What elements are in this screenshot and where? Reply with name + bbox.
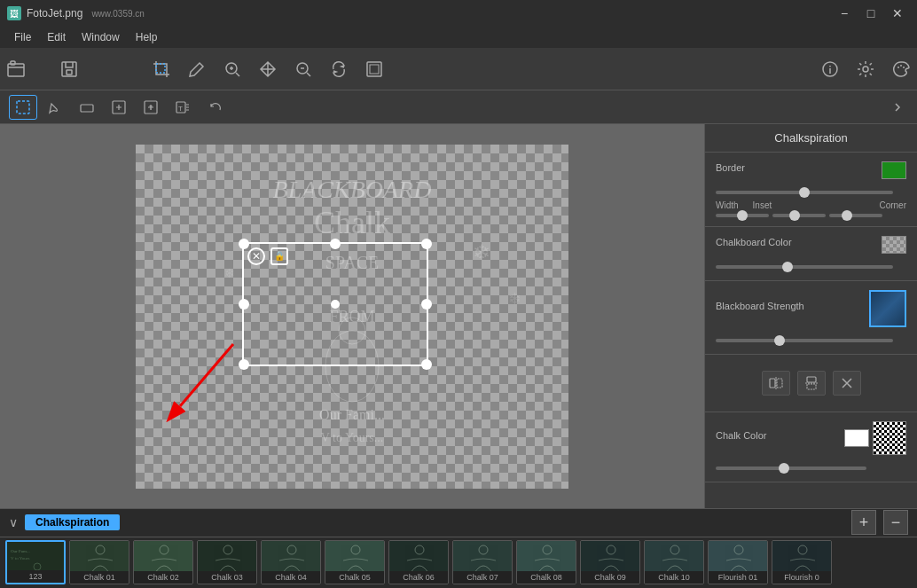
chalkboard-color-slider[interactable] — [716, 265, 893, 269]
reset-button[interactable] — [833, 371, 861, 396]
flip-h-button[interactable] — [762, 371, 790, 396]
thumbnail-chalk01[interactable]: Chalk 01 — [69, 540, 129, 584]
handle-middle-right[interactable] — [421, 299, 432, 310]
blackboard-strength-slider[interactable] — [716, 339, 893, 342]
handle-top-left[interactable] — [239, 239, 249, 249]
thumbnail-flourish02[interactable]: Flourish 0 — [772, 540, 832, 584]
select-tool[interactable] — [9, 95, 37, 120]
titlebar: 🖼 FotoJet.png www.0359.cn − □ ✕ — [0, 0, 917, 27]
thumbnail-chalk09[interactable]: Chalk 09 — [580, 540, 640, 584]
draw-tool[interactable] — [181, 53, 213, 85]
expand-toolbar-button[interactable] — [887, 97, 908, 118]
undo-tool[interactable] — [200, 95, 229, 120]
svg-rect-7 — [367, 62, 381, 76]
info-tool[interactable] — [814, 53, 846, 85]
thumbnail-label-chalk01: Chalk 01 — [70, 571, 129, 584]
border-label: Border — [716, 162, 745, 173]
menu-file[interactable]: File — [7, 29, 38, 45]
add-text-tool[interactable]: T — [137, 95, 165, 120]
move-tool[interactable] — [252, 53, 284, 85]
window-controls[interactable]: − □ ✕ — [832, 4, 910, 22]
thumbnail-chalk05[interactable]: Chalk 05 — [325, 540, 385, 584]
thumbnail-label-chalk06: Chalk 06 — [389, 571, 448, 584]
frame-tool[interactable] — [358, 53, 390, 85]
inset-slider[interactable] — [772, 214, 826, 217]
blackboard-strength-section: Blackboard Strength — [705, 281, 917, 355]
menu-help[interactable]: Help — [129, 29, 165, 45]
handle-top-right[interactable] — [421, 239, 432, 249]
settings-tool[interactable] — [850, 53, 882, 85]
handle-bottom-left[interactable] — [239, 359, 249, 370]
thumbnail-chalk06[interactable]: Chalk 06 — [388, 540, 449, 584]
border-color-swatch[interactable] — [882, 161, 906, 179]
palette-tool[interactable] — [885, 53, 917, 85]
inset-label: Inset — [753, 200, 772, 210]
svg-point-47 — [543, 545, 552, 554]
thumbnail-chalk02[interactable]: Chalk 02 — [133, 540, 193, 584]
eraser-tool[interactable] — [73, 95, 101, 120]
corner-slider[interactable] — [829, 214, 882, 217]
svg-point-50 — [734, 545, 743, 554]
open-tool[interactable] — [0, 53, 32, 85]
thumbnail-123[interactable]: Our Fam... V to Yours 123 — [5, 540, 66, 584]
crop-tool[interactable] — [145, 53, 177, 85]
zoom-in-tool[interactable] — [216, 53, 248, 85]
border-width-slider[interactable] — [716, 191, 893, 194]
thumbnail-chalk10[interactable]: Chalk 10 — [644, 540, 704, 584]
handle-bottom-right[interactable] — [421, 359, 432, 370]
svg-point-13 — [903, 67, 905, 68]
rotate-tool[interactable] — [323, 53, 355, 85]
thumbnail-flourish01[interactable]: Flourish 01 — [708, 540, 768, 584]
svg-point-48 — [607, 545, 615, 554]
minimize-button[interactable]: − — [832, 4, 857, 22]
main-toolbar — [0, 48, 917, 90]
handle-middle-left[interactable] — [239, 299, 249, 310]
blackboard-strength-label: Blackboard Strength — [716, 301, 804, 311]
handle-top-center[interactable] — [330, 239, 341, 249]
thumbnail-chalk03[interactable]: Chalk 03 — [197, 540, 257, 584]
add-photo-tool[interactable] — [105, 95, 133, 120]
thumbnail-label-chalk03: Chalk 03 — [198, 571, 256, 584]
zoom-out-tool[interactable] — [287, 53, 319, 85]
svg-point-11 — [897, 67, 899, 68]
chalkboard-color-swatch[interactable] — [882, 236, 906, 254]
border-width-fine-slider[interactable] — [716, 214, 769, 217]
thumbnail-chalk07[interactable]: Chalk 07 — [452, 540, 513, 584]
menu-edit[interactable]: Edit — [40, 29, 73, 45]
delete-handle[interactable]: ✕ — [247, 247, 265, 265]
svg-point-46 — [479, 545, 488, 554]
collapse-button[interactable]: ∨ — [9, 515, 18, 529]
save-tool[interactable] — [53, 53, 85, 85]
chalk-color-slider[interactable] — [716, 466, 866, 470]
remove-template-button[interactable]: − — [883, 510, 908, 535]
thumbnails-strip: Our Fam... V to Yours 123 Chalk 01 Chalk… — [0, 537, 917, 588]
svg-point-40 — [96, 545, 105, 554]
svg-text:❄: ❄ — [224, 266, 235, 280]
center-handle[interactable] — [331, 300, 340, 309]
add-template-button[interactable]: + — [851, 510, 876, 535]
svg-point-44 — [351, 545, 360, 554]
thumbnail-label-flourish01: Flourish 01 — [709, 571, 767, 584]
canvas-area[interactable]: BLACKBOARD Chalk SPACE FROM ❄ ❄ ❄ Our Fa… — [0, 124, 704, 508]
selection-box[interactable]: ✕ 🔒 — [242, 242, 428, 366]
svg-text:V to Yours: V to Yours — [11, 556, 29, 561]
flip-v-button[interactable] — [797, 371, 826, 396]
thumbnail-label-chalk08: Chalk 08 — [517, 571, 576, 584]
brush-tool[interactable] — [41, 95, 69, 120]
thumbnail-chalk08[interactable]: Chalk 08 — [516, 540, 576, 584]
thumbnail-chalk04[interactable]: Chalk 04 — [261, 540, 321, 584]
svg-point-42 — [223, 545, 232, 554]
close-button[interactable]: ✕ — [885, 4, 910, 22]
corner-label: Corner — [879, 200, 906, 210]
menu-window[interactable]: Window — [74, 29, 127, 45]
toolbar-right — [740, 53, 917, 85]
chalk-pattern-swatch[interactable] — [873, 421, 906, 455]
svg-point-43 — [287, 545, 296, 554]
add-text2-tool[interactable]: T — [169, 95, 197, 120]
transform-icons — [716, 364, 906, 403]
svg-text:Our Fami...: Our Fami... — [319, 407, 385, 422]
main-area: BLACKBOARD Chalk SPACE FROM ❄ ❄ ❄ Our Fa… — [0, 124, 917, 508]
chalk-color-swatch[interactable] — [844, 429, 869, 447]
lock-handle[interactable]: 🔒 — [270, 247, 288, 265]
maximize-button[interactable]: □ — [858, 4, 883, 22]
